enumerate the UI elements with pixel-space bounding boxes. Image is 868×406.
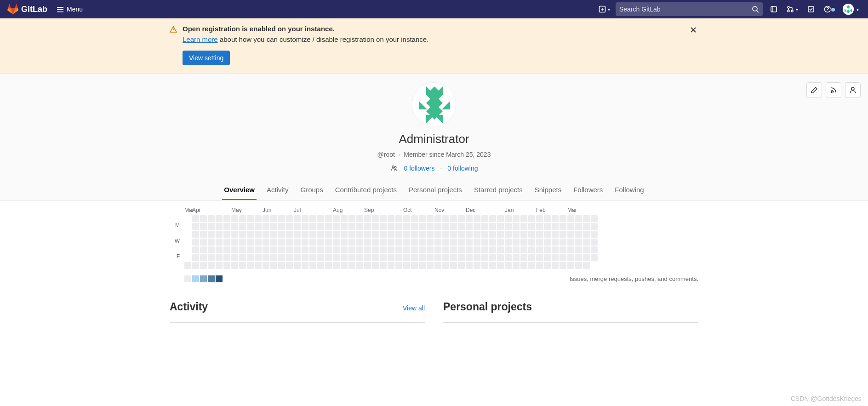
- cal-cell[interactable]: [575, 239, 582, 246]
- cal-cell[interactable]: [575, 262, 582, 269]
- cal-cell[interactable]: [294, 215, 301, 222]
- cal-cell[interactable]: [411, 231, 418, 238]
- cal-cell[interactable]: [489, 246, 496, 253]
- alert-close-button[interactable]: [688, 25, 698, 36]
- cal-cell[interactable]: [192, 246, 199, 253]
- cal-cell[interactable]: [544, 239, 551, 246]
- cal-cell[interactable]: [395, 246, 402, 253]
- cal-cell[interactable]: [505, 231, 512, 238]
- cal-cell[interactable]: [403, 215, 410, 222]
- cal-cell[interactable]: [294, 246, 301, 253]
- cal-cell[interactable]: [411, 262, 418, 269]
- search-box[interactable]: [616, 2, 763, 16]
- cal-cell[interactable]: [325, 223, 332, 230]
- cal-cell[interactable]: [341, 254, 348, 261]
- cal-cell[interactable]: [333, 231, 340, 238]
- cal-cell[interactable]: [474, 246, 480, 253]
- cal-cell[interactable]: [239, 254, 246, 261]
- cal-cell[interactable]: [403, 223, 410, 230]
- cal-cell[interactable]: [364, 231, 371, 238]
- cal-cell[interactable]: [388, 262, 394, 269]
- cal-cell[interactable]: [223, 246, 230, 253]
- cal-cell[interactable]: [427, 215, 434, 222]
- cal-cell[interactable]: [309, 239, 316, 246]
- cal-cell[interactable]: [427, 239, 434, 246]
- cal-cell[interactable]: [278, 223, 285, 230]
- cal-cell[interactable]: [583, 254, 590, 261]
- cal-cell[interactable]: [255, 246, 262, 253]
- cal-cell[interactable]: [520, 239, 527, 246]
- tab-activity[interactable]: Activity: [265, 181, 291, 200]
- cal-cell[interactable]: [263, 262, 269, 269]
- cal-cell[interactable]: [528, 246, 535, 253]
- cal-cell[interactable]: [442, 215, 449, 222]
- cal-cell[interactable]: [200, 262, 207, 269]
- cal-cell[interactable]: [341, 239, 348, 246]
- cal-cell[interactable]: [247, 223, 254, 230]
- cal-cell[interactable]: [411, 223, 418, 230]
- cal-cell[interactable]: [536, 231, 543, 238]
- cal-cell[interactable]: [192, 215, 199, 222]
- cal-cell[interactable]: [458, 254, 465, 261]
- cal-cell[interactable]: [294, 231, 301, 238]
- cal-cell[interactable]: [255, 239, 262, 246]
- cal-cell[interactable]: [270, 254, 277, 261]
- cal-cell[interactable]: [474, 223, 480, 230]
- cal-cell[interactable]: [497, 215, 504, 222]
- cal-cell[interactable]: [583, 239, 590, 246]
- cal-cell[interactable]: [567, 215, 574, 222]
- cal-cell[interactable]: [278, 231, 285, 238]
- tab-followers[interactable]: Followers: [571, 181, 605, 200]
- cal-cell[interactable]: [364, 215, 371, 222]
- cal-cell[interactable]: [520, 262, 527, 269]
- cal-cell[interactable]: [552, 246, 559, 253]
- cal-cell[interactable]: [231, 215, 238, 222]
- cal-cell[interactable]: [466, 262, 473, 269]
- cal-cell[interactable]: [481, 215, 488, 222]
- cal-cell[interactable]: [309, 231, 316, 238]
- cal-cell[interactable]: [560, 231, 566, 238]
- cal-cell[interactable]: [333, 254, 340, 261]
- cal-cell[interactable]: [520, 254, 527, 261]
- cal-cell[interactable]: [317, 254, 324, 261]
- cal-cell[interactable]: [474, 262, 480, 269]
- cal-cell[interactable]: [450, 246, 457, 253]
- cal-cell[interactable]: [372, 223, 379, 230]
- cal-cell[interactable]: [497, 246, 504, 253]
- cal-cell[interactable]: [208, 223, 215, 230]
- cal-cell[interactable]: [309, 246, 316, 253]
- cal-cell[interactable]: [208, 254, 215, 261]
- cal-cell[interactable]: [528, 262, 535, 269]
- cal-cell[interactable]: [458, 223, 465, 230]
- cal-cell[interactable]: [247, 231, 254, 238]
- cal-cell[interactable]: [497, 231, 504, 238]
- cal-cell[interactable]: [302, 239, 308, 246]
- cal-cell[interactable]: [536, 262, 543, 269]
- cal-cell[interactable]: [583, 223, 590, 230]
- cal-cell[interactable]: [317, 262, 324, 269]
- cal-cell[interactable]: [513, 215, 520, 222]
- cal-cell[interactable]: [294, 223, 301, 230]
- cal-cell[interactable]: [434, 239, 441, 246]
- cal-cell[interactable]: [544, 254, 551, 261]
- cal-cell[interactable]: [489, 223, 496, 230]
- cal-cell[interactable]: [239, 223, 246, 230]
- tab-starred-projects[interactable]: Starred projects: [472, 181, 525, 200]
- cal-cell[interactable]: [364, 239, 371, 246]
- cal-cell[interactable]: [544, 223, 551, 230]
- tab-overview[interactable]: Overview: [222, 181, 257, 200]
- cal-cell[interactable]: [278, 254, 285, 261]
- cal-cell[interactable]: [450, 254, 457, 261]
- cal-cell[interactable]: [380, 215, 387, 222]
- cal-cell[interactable]: [270, 215, 277, 222]
- cal-cell[interactable]: [380, 239, 387, 246]
- cal-cell[interactable]: [333, 215, 340, 222]
- cal-cell[interactable]: [552, 239, 559, 246]
- cal-cell[interactable]: [466, 215, 473, 222]
- cal-cell[interactable]: [294, 239, 301, 246]
- cal-cell[interactable]: [575, 246, 582, 253]
- cal-cell[interactable]: [481, 246, 488, 253]
- cal-cell[interactable]: [505, 254, 512, 261]
- cal-cell[interactable]: [286, 262, 293, 269]
- new-menu[interactable]: ▾: [597, 6, 612, 13]
